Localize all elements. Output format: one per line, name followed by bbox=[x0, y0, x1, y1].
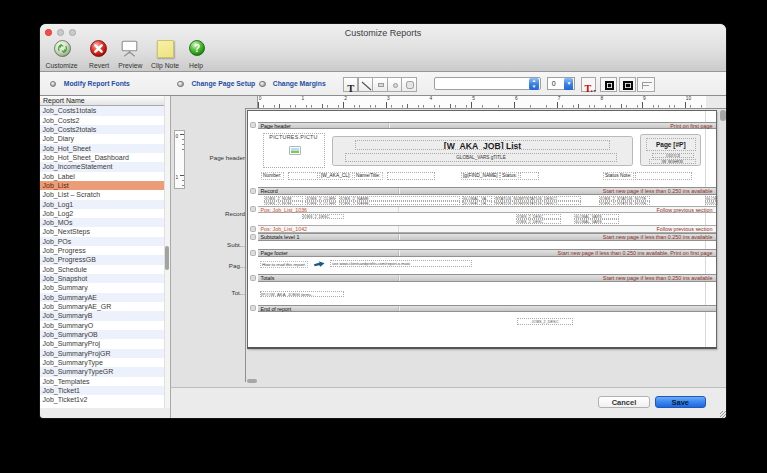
svg-text:?: ? bbox=[194, 43, 200, 54]
